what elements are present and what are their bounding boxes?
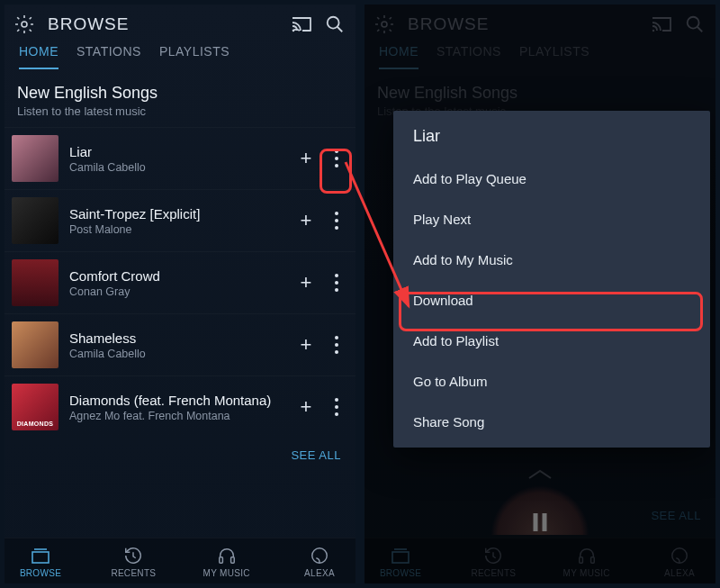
song-title: Diamonds (feat. French Montana) (69, 393, 294, 408)
tab-bar: HOME STATIONS PLAYLISTS (4, 41, 356, 69)
section-title: New English Songs (377, 84, 703, 103)
svg-point-0 (22, 22, 27, 27)
song-artist: Camila Cabello (69, 161, 294, 174)
right-screenshot: BROWSE HOME STATIONS PLAYLISTS New Engli… (364, 5, 716, 583)
add-button[interactable]: + (294, 147, 318, 170)
more-button[interactable] (327, 330, 346, 360)
headphones-icon (577, 546, 597, 565)
alexa-icon (310, 546, 329, 565)
cast-button[interactable] (651, 15, 672, 33)
menu-add-to-play-queue[interactable]: Add to Play Queue (393, 158, 710, 199)
svg-rect-5 (230, 557, 234, 563)
nav-label: RECENTS (471, 568, 516, 578)
svg-point-9 (688, 17, 699, 29)
song-list: Liar Camila Cabello + Saint-Tropez [Expl… (4, 127, 356, 538)
top-bar: BROWSE (364, 5, 716, 41)
nav-alexa[interactable]: ALEXA (294, 546, 345, 578)
left-screenshot: BROWSE HOME STATIONS PLAYLISTS New Engli… (4, 5, 356, 583)
svg-rect-4 (219, 557, 222, 563)
pause-button[interactable] (534, 513, 547, 531)
song-row[interactable]: Saint-Tropez [Explicit] Post Malone + (4, 189, 356, 251)
album-art (12, 135, 58, 182)
album-art (12, 321, 58, 368)
nav-label: RECENTS (111, 568, 156, 578)
nav-label: ALEXA (304, 568, 335, 578)
song-artist: Conan Gray (69, 285, 294, 298)
nav-recents[interactable]: RECENTS (468, 546, 518, 578)
song-artist: Agnez Mo feat. French Montana (69, 410, 294, 422)
tab-home[interactable]: HOME (379, 44, 418, 69)
nav-label: MY MUSIC (563, 568, 610, 578)
search-button[interactable] (325, 14, 345, 34)
nav-mymusic[interactable]: MY MUSIC (562, 546, 612, 578)
song-row[interactable]: Shameless Camila Cabello + (4, 313, 356, 375)
album-art (12, 384, 58, 430)
song-title: Liar (69, 144, 294, 159)
browse-icon (391, 546, 410, 565)
add-button[interactable]: + (294, 271, 318, 294)
song-title: Comfort Crowd (69, 268, 294, 284)
nav-label: ALEXA (664, 568, 695, 578)
nav-browse[interactable]: BROWSE (375, 546, 426, 578)
nav-alexa[interactable]: ALEXA (654, 546, 705, 578)
song-info: Liar Camila Cabello (58, 144, 294, 174)
add-button[interactable]: + (294, 209, 318, 232)
see-all-link[interactable]: SEE ALL (636, 498, 716, 533)
settings-button[interactable] (374, 14, 395, 35)
svg-point-8 (652, 30, 654, 32)
song-row[interactable]: Comfort Crowd Conan Gray + (4, 251, 356, 313)
add-button[interactable]: + (294, 395, 318, 419)
menu-add-to-playlist[interactable]: Add to Playlist (393, 321, 710, 361)
song-row[interactable]: Diamonds (feat. French Montana) Agnez Mo… (4, 375, 356, 438)
menu-add-to-my-music[interactable]: Add to My Music (393, 240, 710, 280)
menu-play-next[interactable]: Play Next (393, 199, 710, 240)
menu-share-song[interactable]: Share Song (393, 402, 710, 442)
song-artist: Camila Cabello (69, 348, 294, 360)
svg-rect-11 (579, 557, 582, 563)
cast-button[interactable] (291, 15, 312, 33)
nav-mymusic[interactable]: MY MUSIC (202, 546, 252, 578)
tab-stations[interactable]: STATIONS (436, 44, 501, 69)
context-menu: Liar Add to Play Queue Play Next Add to … (393, 111, 710, 448)
headphones-icon (217, 546, 237, 565)
tab-playlists[interactable]: PLAYLISTS (159, 44, 230, 69)
bottom-nav: BROWSE RECENTS MY MUSIC ALEXA (4, 538, 356, 583)
browse-icon (31, 546, 50, 565)
svg-rect-10 (392, 552, 409, 563)
more-button[interactable] (327, 205, 346, 236)
menu-go-to-album[interactable]: Go to Album (393, 361, 710, 402)
bottom-nav: BROWSE RECENTS MY MUSIC ALEXA (364, 538, 716, 583)
tab-home[interactable]: HOME (19, 44, 58, 69)
chevron-up-icon[interactable] (526, 468, 554, 484)
page-title: BROWSE (408, 14, 638, 34)
nav-label: MY MUSIC (203, 568, 250, 578)
tab-bar: HOME STATIONS PLAYLISTS (364, 41, 716, 69)
svg-rect-12 (590, 557, 594, 563)
song-title: Shameless (69, 330, 294, 346)
svg-point-1 (292, 30, 294, 32)
svg-point-2 (328, 17, 339, 29)
nav-browse[interactable]: BROWSE (15, 546, 66, 578)
add-button[interactable]: + (294, 333, 318, 357)
album-art (12, 197, 58, 244)
nav-label: BROWSE (20, 568, 61, 578)
song-row[interactable]: Liar Camila Cabello + (4, 127, 356, 189)
settings-button[interactable] (14, 14, 35, 35)
context-menu-title: Liar (393, 111, 710, 158)
song-title: Saint-Tropez [Explicit] (69, 206, 294, 222)
tab-stations[interactable]: STATIONS (76, 44, 141, 69)
more-button[interactable] (327, 267, 346, 298)
recents-icon (123, 546, 143, 565)
see-all-link[interactable]: SEE ALL (4, 438, 356, 473)
more-button[interactable] (327, 392, 346, 422)
tab-playlists[interactable]: PLAYLISTS (519, 44, 590, 69)
section-title: New English Songs (17, 84, 343, 103)
more-button[interactable] (327, 143, 346, 174)
menu-download[interactable]: Download (393, 280, 710, 321)
search-button[interactable] (685, 14, 705, 34)
alexa-icon (670, 546, 689, 565)
nav-recents[interactable]: RECENTS (108, 546, 158, 578)
top-bar: BROWSE (4, 5, 356, 41)
album-art (12, 259, 58, 306)
song-artist: Post Malone (69, 223, 294, 236)
